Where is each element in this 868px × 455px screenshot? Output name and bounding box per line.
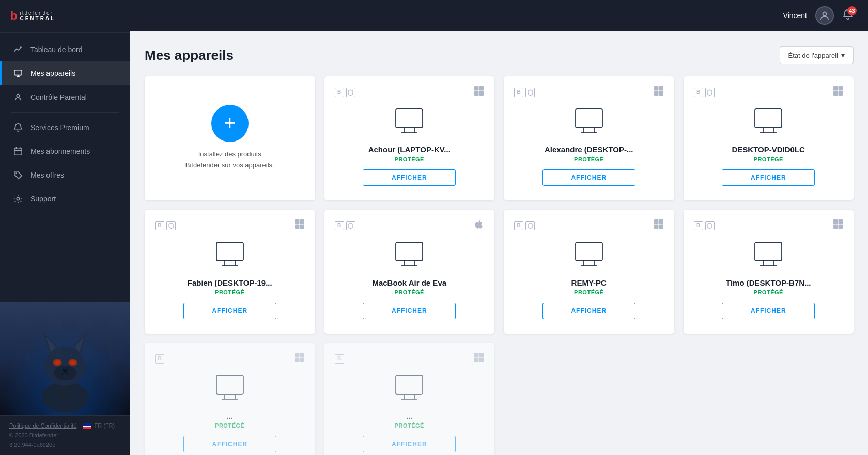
os-icon	[833, 86, 843, 99]
svg-point-23	[63, 369, 68, 372]
card-badges: B	[335, 88, 355, 97]
svg-rect-38	[659, 91, 663, 96]
card-badges: B	[155, 354, 164, 364]
svg-rect-65	[654, 225, 659, 229]
device-status: PROTÉGÉ	[574, 156, 603, 162]
svg-point-10	[17, 197, 19, 200]
sidebar-item-mes-abonnements[interactable]: Mes abonnements	[0, 139, 130, 163]
parental-icon	[13, 92, 23, 102]
svg-rect-35	[654, 86, 659, 91]
badge-b: B	[335, 221, 344, 230]
afficher-button[interactable]: AFFICHER	[363, 169, 456, 186]
svg-point-21	[55, 360, 59, 365]
device-name: Achour (LAPTOP-KV...	[335, 145, 485, 154]
badge-shield	[346, 221, 355, 230]
badge-shield	[525, 221, 535, 230]
card-badges: B	[694, 88, 715, 97]
bell-menu-icon	[13, 122, 23, 133]
badge-shield	[705, 221, 715, 230]
chart-icon	[13, 44, 23, 55]
sidebar-label-support: Support	[30, 195, 56, 203]
device-name: ...	[335, 412, 485, 420]
afficher-button[interactable]: AFFICHER	[722, 169, 815, 186]
device-monitor	[214, 241, 245, 271]
sidebar-item-mes-offres[interactable]: Mes offres	[0, 163, 130, 187]
svg-rect-74	[839, 225, 843, 229]
svg-rect-66	[659, 225, 663, 229]
afficher-button[interactable]: AFFICHER	[542, 303, 636, 319]
svg-rect-47	[755, 109, 782, 128]
sidebar-item-services-premium[interactable]: Services Premium	[0, 116, 130, 139]
card-top-icons: B	[335, 86, 485, 99]
card-badges: B	[514, 88, 535, 97]
svg-point-0	[20, 46, 22, 48]
svg-rect-28	[479, 86, 484, 91]
badge-shield	[346, 88, 355, 97]
sidebar-label-appareils: Mes appareils	[30, 69, 75, 77]
privacy-policy-link[interactable]: Politique de Confidentialité	[9, 422, 76, 429]
svg-rect-87	[474, 353, 479, 357]
device-status: PROTÉGÉ	[395, 422, 424, 429]
card-top-icons: B	[694, 219, 844, 232]
sidebar-item-mes-appareils[interactable]: Mes appareils	[0, 61, 130, 85]
svg-rect-31	[396, 109, 423, 128]
os-icon	[295, 352, 305, 365]
page-title: Mes appareils	[145, 48, 234, 64]
device-status: PROTÉGÉ	[215, 422, 244, 429]
topbar-avatar[interactable]	[815, 6, 834, 25]
svg-point-22	[71, 360, 75, 365]
device-monitor	[753, 241, 784, 271]
svg-rect-71	[833, 219, 838, 224]
brand-logo: b itdefender CENTRAL	[10, 9, 55, 23]
sidebar-item-support[interactable]: Support	[0, 187, 130, 211]
content-area: Mes appareils État de l'appareil ▾ + Ins…	[130, 31, 868, 455]
add-text-line2: Bitdefender sur vos appareils.	[185, 161, 274, 169]
device-card: B DESKTOP-VDID0LC PROTÉGÉ AFFICHER	[684, 76, 854, 200]
sidebar: b itdefender CENTRAL Tableau de bord	[0, 0, 130, 455]
svg-point-26	[823, 12, 827, 16]
afficher-button[interactable]: AFFICHER	[363, 436, 456, 452]
device-monitor	[214, 374, 245, 404]
afficher-button[interactable]: AFFICHER	[183, 303, 276, 319]
sidebar-item-controle-parental[interactable]: Contrôle Parental	[0, 85, 130, 109]
device-state-filter[interactable]: État de l'appareil ▾	[780, 46, 854, 64]
sidebar-label-parental: Contrôle Parental	[30, 93, 87, 101]
svg-rect-46	[839, 91, 843, 96]
svg-rect-39	[576, 109, 602, 128]
devices-grid: + Installez des produits Bitdefender sur…	[145, 76, 854, 455]
svg-rect-89	[474, 358, 479, 363]
svg-rect-29	[474, 91, 479, 96]
add-device-button[interactable]: +	[211, 105, 249, 142]
sidebar-item-tableau-de-bord[interactable]: Tableau de bord	[0, 38, 130, 61]
svg-rect-72	[839, 219, 843, 224]
monitor-nav-icon	[13, 68, 23, 79]
topbar-bell[interactable]: 43	[842, 9, 854, 22]
device-status: PROTÉGÉ	[574, 289, 603, 295]
filter-label: État de l'appareil	[788, 52, 838, 59]
sidebar-label-abonnements: Mes abonnements	[30, 147, 90, 155]
svg-rect-64	[659, 219, 663, 224]
badge-shield	[525, 88, 535, 97]
device-name: DESKTOP-VDID0LC	[694, 145, 844, 154]
afficher-button[interactable]: AFFICHER	[542, 169, 636, 186]
topbar: Vincent 43	[130, 0, 868, 31]
language-label: FR (FR)	[95, 422, 115, 429]
afficher-button[interactable]: AFFICHER	[363, 303, 456, 319]
device-name: Timo (DESKTOP-B7N...	[694, 278, 844, 287]
card-badges: B	[694, 221, 715, 230]
svg-rect-44	[839, 86, 843, 91]
svg-rect-27	[474, 86, 479, 91]
afficher-button[interactable]: AFFICHER	[183, 436, 276, 452]
card-top-icons: B	[155, 352, 305, 365]
sidebar-header: b itdefender CENTRAL	[0, 0, 130, 33]
sidebar-label-tableau: Tableau de bord	[30, 45, 82, 54]
afficher-button[interactable]: AFFICHER	[722, 303, 815, 319]
badge-b: B	[514, 88, 523, 97]
add-device-text: Installez des produits Bitdefender sur v…	[185, 149, 274, 171]
card-top-icons: B	[694, 86, 844, 99]
device-monitor	[394, 241, 425, 271]
os-icon	[474, 219, 484, 232]
device-status: PROTÉGÉ	[215, 289, 244, 295]
nav-divider	[11, 112, 119, 113]
device-status: PROTÉGÉ	[395, 289, 424, 295]
